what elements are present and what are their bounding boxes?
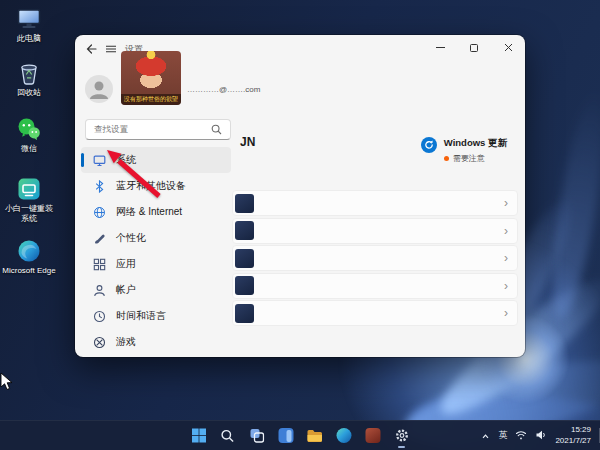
settings-app-button[interactable] (390, 424, 414, 448)
desktop-icon-label: 小白一键重装系统 (2, 204, 56, 224)
chevron-up-icon (481, 432, 490, 441)
clock-icon (93, 310, 106, 323)
nav-item-label: 帐户 (116, 283, 136, 297)
volume-tray-button[interactable] (535, 427, 547, 445)
task-view-icon (249, 428, 264, 443)
tray-overflow-button[interactable] (481, 427, 490, 445)
nav-item-accessibility[interactable]: 辅助功能 (81, 355, 231, 357)
gear-icon (394, 428, 409, 443)
nav-item-network-internet[interactable]: 网络 & Internet (81, 199, 231, 225)
edge-button[interactable] (332, 424, 356, 448)
wifi-icon (515, 429, 527, 441)
nav-item-time-language[interactable]: 时间和语言 (81, 303, 231, 329)
ime-indicator[interactable]: 英 (498, 429, 507, 442)
chevron-right-icon: › (504, 280, 508, 292)
speaker-icon (535, 429, 547, 441)
search-placeholder: 查找设置 (94, 124, 211, 136)
windows-update-label: Windows 更新 (444, 137, 507, 150)
nav-menu-button[interactable] (103, 42, 119, 56)
taskbar-center-icons (187, 421, 414, 450)
desktop-icon-label: 微信 (21, 144, 37, 154)
nav-item-accounts[interactable]: 帐户 (81, 277, 231, 303)
nav-item-apps[interactable]: 应用 (81, 251, 231, 277)
settings-row-icon (235, 221, 254, 240)
nav-item-personalization[interactable]: 个性化 (81, 225, 231, 251)
settings-row[interactable]: › (232, 245, 518, 271)
nav-item-system[interactable]: 系统 (81, 147, 231, 173)
wechat-icon (16, 116, 42, 142)
device-name: JN (240, 135, 255, 149)
system-icon (93, 154, 106, 167)
nav-item-bluetooth-devices[interactable]: 蓝牙和其他设备 (81, 173, 231, 199)
settings-row-icon (235, 249, 254, 268)
widgets-icon (278, 428, 293, 443)
wallpaper-petal (542, 89, 600, 322)
settings-row-icon (235, 194, 254, 213)
xbox-icon (93, 336, 106, 349)
clock-time: 15:29 (555, 425, 591, 435)
windows-update-icon (421, 137, 437, 153)
nav-item-label: 蓝牙和其他设备 (116, 179, 186, 193)
chevron-right-icon: › (504, 252, 508, 264)
system-tray: 英 15:29 2021/7/27 (481, 421, 594, 450)
windows-update-status-text: 需要注意 (453, 153, 485, 164)
settings-row-icon (235, 304, 254, 323)
chevron-right-icon: › (504, 225, 508, 237)
taskbar-search-button[interactable] (216, 424, 240, 448)
hamburger-icon (105, 43, 117, 55)
settings-main-pane: JN Windows 更新 需要注意 › (231, 35, 525, 357)
settings-row-icon (235, 276, 254, 295)
nav-item-label: 时间和语言 (116, 309, 166, 323)
folder-icon (307, 429, 323, 443)
nav-item-label: 游戏 (116, 335, 136, 349)
account-avatar-placeholder[interactable] (85, 75, 113, 103)
settings-row[interactable]: › (232, 218, 518, 244)
account-photo[interactable]: 没有那种世俗的欲望 (121, 51, 181, 105)
taskbar-clock[interactable]: 15:29 2021/7/27 (555, 425, 594, 446)
settings-nav: 系统 蓝牙和其他设备 网络 & Internet 个性化 (81, 147, 231, 357)
person-icon (85, 75, 113, 103)
desktop: 此电脑 回收站 微信 小白一键重装系统 (0, 0, 600, 450)
brush-icon (93, 232, 106, 245)
desktop-icon-label: 回收站 (17, 88, 41, 98)
desktop-icon-recycle-bin[interactable]: 回收站 (2, 60, 56, 98)
search-icon (221, 429, 235, 443)
clock-date: 2021/7/27 (555, 436, 591, 446)
back-arrow-icon (85, 43, 97, 55)
back-button[interactable] (83, 42, 99, 56)
start-button[interactable] (187, 424, 211, 448)
file-explorer-button[interactable] (303, 424, 327, 448)
network-tray-button[interactable] (515, 427, 527, 445)
desktop-icon-this-pc[interactable]: 此电脑 (2, 6, 56, 44)
windows-logo-icon (191, 428, 206, 443)
settings-row[interactable]: › (232, 190, 518, 216)
settings-window: 设置 没有那种世俗的欲望 …………@…….com 查找设置 (75, 35, 525, 357)
account-icon (93, 284, 106, 297)
apps-grid-icon (93, 258, 106, 271)
edge-icon (336, 428, 351, 443)
attention-dot (444, 156, 449, 161)
account-photo-caption: 没有那种世俗的欲望 (121, 94, 181, 105)
nav-item-label: 个性化 (116, 231, 146, 245)
chevron-right-icon: › (504, 307, 508, 319)
nav-item-label: 系统 (116, 153, 136, 167)
settings-row[interactable]: › (232, 300, 518, 326)
desktop-icon-label: 此电脑 (17, 34, 41, 44)
desktop-icon-microsoft-edge[interactable]: Microsoft Edge (2, 238, 56, 276)
edge-icon (16, 238, 42, 264)
search-icon (211, 124, 222, 135)
this-pc-icon (16, 6, 42, 32)
pinned-app-button[interactable] (361, 424, 385, 448)
desktop-icon-wechat[interactable]: 微信 (2, 116, 56, 154)
settings-row[interactable]: › (232, 273, 518, 299)
desktop-icon-xiaobai-reinstall[interactable]: 小白一键重装系统 (2, 176, 56, 224)
widgets-button[interactable] (274, 424, 298, 448)
mouse-cursor (0, 372, 13, 391)
app-icon (365, 428, 380, 443)
task-view-button[interactable] (245, 424, 269, 448)
windows-update-status[interactable]: Windows 更新 需要注意 (421, 137, 507, 164)
xiaobai-reinstall-icon (16, 176, 42, 202)
settings-search-input[interactable]: 查找设置 (85, 119, 231, 140)
nav-item-gaming[interactable]: 游戏 (81, 329, 231, 355)
nav-item-label: 应用 (116, 257, 136, 271)
